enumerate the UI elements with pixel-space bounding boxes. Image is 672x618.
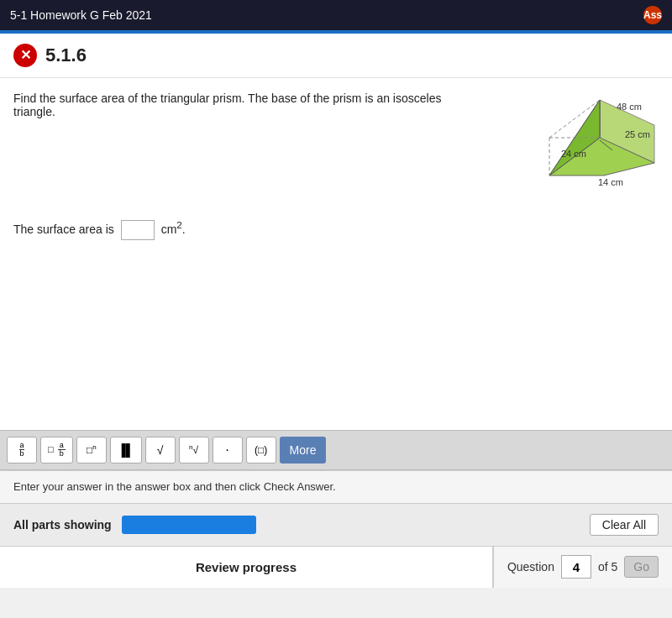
progress-label: All parts showing [13, 518, 112, 532]
nroot-button[interactable]: n√ [179, 437, 209, 464]
alert-icon: Ass [643, 6, 662, 24]
question-body: Find the surface area of the triangular … [0, 78, 672, 206]
square-button[interactable]: □n [76, 437, 107, 464]
progress-row: All parts showing Clear All [0, 503, 672, 546]
info-text: Enter your answer in the answer box and … [13, 480, 336, 493]
paren-button[interactable]: (□) [246, 437, 276, 464]
question-nav: Question of 5 Go [493, 547, 672, 588]
header-title: 5-1 Homework G Feb 2021 [10, 8, 152, 22]
math-toolbar: a b □ a b □n ▐▌ √ [0, 430, 672, 470]
go-button[interactable]: Go [624, 556, 659, 578]
progress-bar [122, 516, 256, 534]
content-area: ✕ 5.1.6 Find the surface area of the tri… [0, 34, 672, 470]
sqrt-button[interactable]: √ [145, 437, 176, 464]
of-label: of 5 [598, 560, 617, 573]
svg-text:48 cm: 48 cm [617, 102, 642, 112]
answer-area: The surface area is cm2. [0, 206, 672, 254]
app-header: 5-1 Homework G Feb 2021 Ass [0, 0, 672, 30]
mixed-number-button[interactable]: □ a b [40, 437, 73, 464]
footer-nav: Review progress Question of 5 Go [0, 546, 672, 588]
svg-text:14 cm: 14 cm [598, 177, 623, 187]
answer-suffix: cm2. [161, 223, 186, 236]
more-button[interactable]: More [280, 437, 327, 464]
review-progress-button[interactable]: Review progress [0, 547, 493, 588]
question-text: Find the surface area of the triangular … [13, 92, 484, 118]
prism-diagram: 48 cm 25 cm 24 cm 14 cm [524, 92, 659, 192]
fraction-button[interactable]: a b [7, 437, 37, 464]
info-bar: Enter your answer in the answer box and … [0, 470, 672, 503]
abs-button[interactable]: ▐▌ [110, 437, 142, 464]
svg-text:24 cm: 24 cm [561, 149, 586, 159]
dot-button[interactable]: · [213, 437, 243, 464]
svg-text:25 cm: 25 cm [625, 129, 650, 139]
answer-prefix: The surface area is [13, 223, 114, 236]
question-header: ✕ 5.1.6 [0, 34, 672, 78]
question-number-input[interactable] [561, 555, 591, 579]
incorrect-icon: ✕ [13, 44, 37, 67]
alert-label: Ass [643, 9, 662, 21]
question-nav-label: Question [507, 560, 554, 573]
answer-input[interactable] [121, 220, 155, 240]
question-number: 5.1.6 [45, 45, 87, 66]
clear-all-button[interactable]: Clear All [590, 514, 659, 536]
